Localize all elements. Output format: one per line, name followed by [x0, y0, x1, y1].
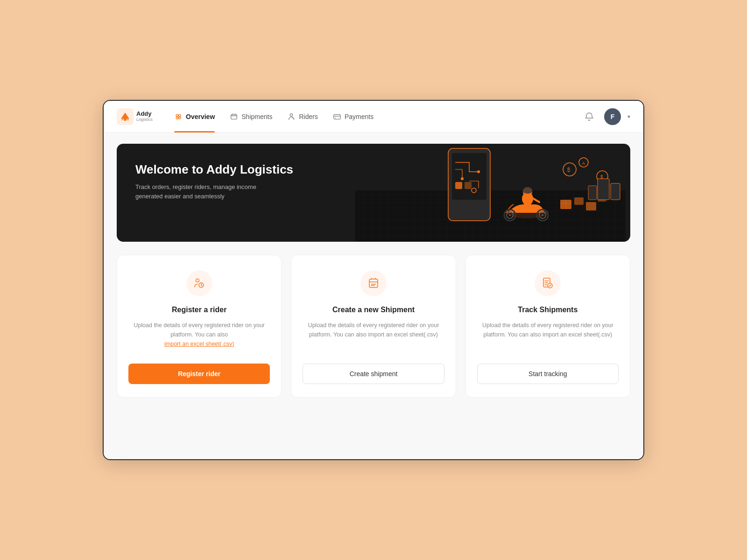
svg-point-16	[477, 170, 480, 173]
svg-rect-18	[455, 182, 462, 189]
hero-svg: ₿ $ A	[355, 144, 626, 242]
svg-point-4	[176, 114, 178, 117]
svg-text:₿: ₿	[567, 167, 571, 173]
register-rider-icon	[193, 277, 206, 290]
track-shipments-icon-circle	[535, 270, 561, 296]
svg-point-27	[542, 214, 543, 216]
nav-item-shipments[interactable]: Shipments	[223, 109, 279, 125]
cards-grid: Register a rider Upload the details of e…	[117, 255, 630, 398]
nav-items: Overview Shipments Riders	[168, 109, 581, 125]
create-shipment-button[interactable]: Create shipment	[303, 364, 444, 384]
logo-icon	[117, 108, 134, 125]
hero-subtitle: Track orders, register riders, manage in…	[135, 182, 266, 201]
register-rider-button[interactable]: Register rider	[128, 364, 270, 384]
nav-label-riders: Riders	[299, 113, 317, 120]
hero-banner: Welcome to Addy Logistics Track orders, …	[117, 144, 630, 242]
import-excel-link[interactable]: import an excel sheet(.csv)	[164, 341, 234, 347]
logo-tagline: Logistics	[136, 118, 153, 122]
nav-label-shipments: Shipments	[241, 113, 272, 120]
user-avatar[interactable]: F	[604, 108, 621, 125]
nav-item-riders[interactable]: Riders	[281, 109, 324, 125]
svg-point-2	[121, 119, 123, 120]
start-tracking-button[interactable]: Start tracking	[477, 364, 619, 384]
logo-area: Addy Logistics	[117, 108, 153, 125]
svg-rect-10	[334, 114, 340, 119]
bell-icon	[585, 112, 594, 121]
register-rider-icon-circle	[186, 270, 212, 296]
card-desc-create-shipment: Upload the details of every registered r…	[303, 321, 444, 349]
svg-point-24	[509, 214, 511, 216]
hero-illustration: ₿ $ A	[350, 144, 630, 242]
nav-right: F ▾	[581, 108, 630, 125]
svg-rect-46	[369, 279, 378, 287]
card-title-track-shipments: Track Shipments	[518, 306, 578, 314]
card-track-shipments: Track Shipments Upload the details of ev…	[465, 255, 630, 398]
payments-icon	[333, 112, 341, 121]
svg-rect-32	[574, 197, 584, 205]
riders-icon	[287, 112, 296, 121]
browser-window: Addy Logistics Overview	[103, 100, 644, 460]
notifications-button[interactable]	[581, 108, 598, 125]
svg-point-3	[127, 119, 129, 120]
track-shipments-icon	[541, 277, 554, 290]
card-desc-register-rider: Upload the details of every registered r…	[128, 321, 270, 349]
nav-item-overview[interactable]: Overview	[168, 109, 221, 125]
shipments-icon	[230, 112, 238, 121]
svg-text:A: A	[582, 161, 585, 166]
navbar: Addy Logistics Overview	[104, 101, 643, 133]
svg-point-6	[176, 117, 178, 119]
create-shipment-icon-circle	[360, 270, 387, 296]
svg-rect-41	[598, 179, 609, 200]
card-desc-track-shipments: Upload the details of every registered r…	[477, 321, 619, 349]
hero-text: Welcome to Addy Logistics Track orders, …	[135, 162, 313, 219]
create-shipment-icon	[367, 277, 380, 290]
hero-title: Welcome to Addy Logistics	[135, 162, 313, 177]
svg-rect-43	[588, 186, 597, 200]
card-title-register-rider: Register a rider	[172, 306, 226, 314]
svg-rect-8	[231, 114, 237, 119]
nav-item-payments[interactable]: Payments	[326, 109, 380, 125]
svg-point-5	[178, 114, 181, 117]
svg-point-1	[124, 118, 127, 121]
svg-rect-33	[586, 202, 596, 210]
nav-label-overview: Overview	[186, 113, 215, 120]
svg-point-9	[290, 113, 293, 116]
avatar-chevron-icon[interactable]: ▾	[627, 113, 630, 120]
svg-point-11	[335, 117, 336, 118]
main-content: Welcome to Addy Logistics Track orders, …	[104, 133, 643, 459]
svg-point-44	[196, 279, 199, 282]
overview-icon	[174, 112, 183, 121]
svg-point-7	[178, 117, 181, 119]
card-create-shipment: Create a new Shipment Upload the details…	[291, 255, 456, 398]
card-register-rider: Register a rider Upload the details of e…	[117, 255, 282, 398]
svg-point-30	[522, 187, 533, 194]
nav-label-payments: Payments	[345, 113, 374, 120]
logo-name: Addy	[136, 111, 153, 117]
svg-rect-19	[465, 182, 472, 189]
svg-rect-15	[452, 153, 486, 200]
svg-point-17	[461, 177, 464, 180]
svg-rect-42	[611, 183, 620, 200]
card-title-create-shipment: Create a new Shipment	[332, 306, 415, 314]
